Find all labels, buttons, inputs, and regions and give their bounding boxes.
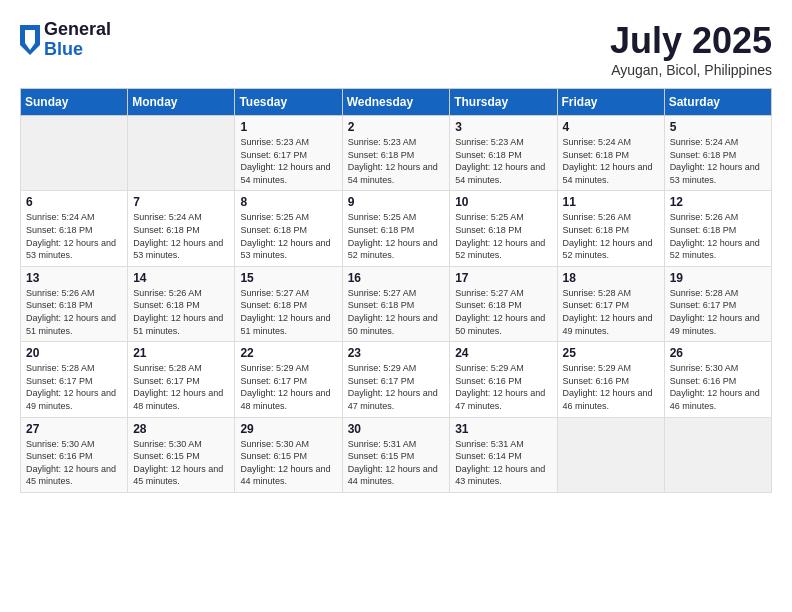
day-info: Sunrise: 5:27 AM Sunset: 6:18 PM Dayligh… xyxy=(240,287,336,337)
calendar-cell: 15Sunrise: 5:27 AM Sunset: 6:18 PM Dayli… xyxy=(235,266,342,341)
day-number: 25 xyxy=(563,346,659,360)
day-info: Sunrise: 5:29 AM Sunset: 6:17 PM Dayligh… xyxy=(240,362,336,412)
day-info: Sunrise: 5:30 AM Sunset: 6:15 PM Dayligh… xyxy=(133,438,229,488)
calendar-cell xyxy=(21,116,128,191)
day-number: 6 xyxy=(26,195,122,209)
day-number: 10 xyxy=(455,195,551,209)
page-header: General Blue July 2025 Ayugan, Bicol, Ph… xyxy=(20,20,772,78)
weekday-header-sunday: Sunday xyxy=(21,89,128,116)
day-number: 27 xyxy=(26,422,122,436)
weekday-header-tuesday: Tuesday xyxy=(235,89,342,116)
calendar-header: SundayMondayTuesdayWednesdayThursdayFrid… xyxy=(21,89,772,116)
calendar-cell: 1Sunrise: 5:23 AM Sunset: 6:17 PM Daylig… xyxy=(235,116,342,191)
day-number: 24 xyxy=(455,346,551,360)
day-info: Sunrise: 5:28 AM Sunset: 6:17 PM Dayligh… xyxy=(133,362,229,412)
calendar-body: 1Sunrise: 5:23 AM Sunset: 6:17 PM Daylig… xyxy=(21,116,772,493)
day-info: Sunrise: 5:28 AM Sunset: 6:17 PM Dayligh… xyxy=(563,287,659,337)
day-info: Sunrise: 5:30 AM Sunset: 6:15 PM Dayligh… xyxy=(240,438,336,488)
calendar-cell: 22Sunrise: 5:29 AM Sunset: 6:17 PM Dayli… xyxy=(235,342,342,417)
weekday-header-thursday: Thursday xyxy=(450,89,557,116)
day-number: 16 xyxy=(348,271,445,285)
day-number: 31 xyxy=(455,422,551,436)
calendar-cell: 4Sunrise: 5:24 AM Sunset: 6:18 PM Daylig… xyxy=(557,116,664,191)
logo-blue: Blue xyxy=(44,40,111,60)
day-info: Sunrise: 5:23 AM Sunset: 6:17 PM Dayligh… xyxy=(240,136,336,186)
day-number: 15 xyxy=(240,271,336,285)
calendar-cell: 13Sunrise: 5:26 AM Sunset: 6:18 PM Dayli… xyxy=(21,266,128,341)
calendar-cell xyxy=(664,417,771,492)
day-info: Sunrise: 5:24 AM Sunset: 6:18 PM Dayligh… xyxy=(26,211,122,261)
calendar-cell: 11Sunrise: 5:26 AM Sunset: 6:18 PM Dayli… xyxy=(557,191,664,266)
calendar-cell: 12Sunrise: 5:26 AM Sunset: 6:18 PM Dayli… xyxy=(664,191,771,266)
day-info: Sunrise: 5:24 AM Sunset: 6:18 PM Dayligh… xyxy=(563,136,659,186)
week-row-2: 6Sunrise: 5:24 AM Sunset: 6:18 PM Daylig… xyxy=(21,191,772,266)
day-info: Sunrise: 5:27 AM Sunset: 6:18 PM Dayligh… xyxy=(455,287,551,337)
calendar-cell: 31Sunrise: 5:31 AM Sunset: 6:14 PM Dayli… xyxy=(450,417,557,492)
day-info: Sunrise: 5:29 AM Sunset: 6:16 PM Dayligh… xyxy=(455,362,551,412)
day-number: 13 xyxy=(26,271,122,285)
day-info: Sunrise: 5:30 AM Sunset: 6:16 PM Dayligh… xyxy=(670,362,766,412)
day-number: 9 xyxy=(348,195,445,209)
logo: General Blue xyxy=(20,20,111,60)
calendar-cell: 19Sunrise: 5:28 AM Sunset: 6:17 PM Dayli… xyxy=(664,266,771,341)
weekday-header-saturday: Saturday xyxy=(664,89,771,116)
calendar-cell: 16Sunrise: 5:27 AM Sunset: 6:18 PM Dayli… xyxy=(342,266,450,341)
location: Ayugan, Bicol, Philippines xyxy=(610,62,772,78)
calendar-cell: 9Sunrise: 5:25 AM Sunset: 6:18 PM Daylig… xyxy=(342,191,450,266)
calendar: SundayMondayTuesdayWednesdayThursdayFrid… xyxy=(20,88,772,493)
calendar-cell: 18Sunrise: 5:28 AM Sunset: 6:17 PM Dayli… xyxy=(557,266,664,341)
calendar-cell: 2Sunrise: 5:23 AM Sunset: 6:18 PM Daylig… xyxy=(342,116,450,191)
calendar-cell: 6Sunrise: 5:24 AM Sunset: 6:18 PM Daylig… xyxy=(21,191,128,266)
day-info: Sunrise: 5:23 AM Sunset: 6:18 PM Dayligh… xyxy=(348,136,445,186)
calendar-cell: 20Sunrise: 5:28 AM Sunset: 6:17 PM Dayli… xyxy=(21,342,128,417)
day-number: 2 xyxy=(348,120,445,134)
calendar-cell xyxy=(128,116,235,191)
day-info: Sunrise: 5:28 AM Sunset: 6:17 PM Dayligh… xyxy=(670,287,766,337)
calendar-cell: 17Sunrise: 5:27 AM Sunset: 6:18 PM Dayli… xyxy=(450,266,557,341)
day-number: 23 xyxy=(348,346,445,360)
logo-general: General xyxy=(44,20,111,40)
logo-icon xyxy=(20,25,40,55)
day-number: 20 xyxy=(26,346,122,360)
day-info: Sunrise: 5:25 AM Sunset: 6:18 PM Dayligh… xyxy=(240,211,336,261)
day-number: 14 xyxy=(133,271,229,285)
day-number: 11 xyxy=(563,195,659,209)
day-number: 12 xyxy=(670,195,766,209)
day-info: Sunrise: 5:25 AM Sunset: 6:18 PM Dayligh… xyxy=(455,211,551,261)
month-title: July 2025 xyxy=(610,20,772,62)
calendar-cell: 25Sunrise: 5:29 AM Sunset: 6:16 PM Dayli… xyxy=(557,342,664,417)
calendar-cell: 21Sunrise: 5:28 AM Sunset: 6:17 PM Dayli… xyxy=(128,342,235,417)
calendar-cell: 28Sunrise: 5:30 AM Sunset: 6:15 PM Dayli… xyxy=(128,417,235,492)
day-number: 30 xyxy=(348,422,445,436)
week-row-1: 1Sunrise: 5:23 AM Sunset: 6:17 PM Daylig… xyxy=(21,116,772,191)
week-row-4: 20Sunrise: 5:28 AM Sunset: 6:17 PM Dayli… xyxy=(21,342,772,417)
day-info: Sunrise: 5:30 AM Sunset: 6:16 PM Dayligh… xyxy=(26,438,122,488)
weekday-header-monday: Monday xyxy=(128,89,235,116)
day-number: 17 xyxy=(455,271,551,285)
weekday-header-friday: Friday xyxy=(557,89,664,116)
day-info: Sunrise: 5:25 AM Sunset: 6:18 PM Dayligh… xyxy=(348,211,445,261)
day-info: Sunrise: 5:29 AM Sunset: 6:17 PM Dayligh… xyxy=(348,362,445,412)
day-info: Sunrise: 5:26 AM Sunset: 6:18 PM Dayligh… xyxy=(133,287,229,337)
day-number: 4 xyxy=(563,120,659,134)
day-info: Sunrise: 5:29 AM Sunset: 6:16 PM Dayligh… xyxy=(563,362,659,412)
calendar-cell: 8Sunrise: 5:25 AM Sunset: 6:18 PM Daylig… xyxy=(235,191,342,266)
calendar-cell: 26Sunrise: 5:30 AM Sunset: 6:16 PM Dayli… xyxy=(664,342,771,417)
calendar-cell: 3Sunrise: 5:23 AM Sunset: 6:18 PM Daylig… xyxy=(450,116,557,191)
day-info: Sunrise: 5:24 AM Sunset: 6:18 PM Dayligh… xyxy=(133,211,229,261)
day-number: 1 xyxy=(240,120,336,134)
calendar-cell: 10Sunrise: 5:25 AM Sunset: 6:18 PM Dayli… xyxy=(450,191,557,266)
calendar-cell: 23Sunrise: 5:29 AM Sunset: 6:17 PM Dayli… xyxy=(342,342,450,417)
day-number: 8 xyxy=(240,195,336,209)
weekday-row: SundayMondayTuesdayWednesdayThursdayFrid… xyxy=(21,89,772,116)
day-info: Sunrise: 5:26 AM Sunset: 6:18 PM Dayligh… xyxy=(563,211,659,261)
day-number: 18 xyxy=(563,271,659,285)
calendar-cell: 27Sunrise: 5:30 AM Sunset: 6:16 PM Dayli… xyxy=(21,417,128,492)
day-info: Sunrise: 5:28 AM Sunset: 6:17 PM Dayligh… xyxy=(26,362,122,412)
calendar-cell xyxy=(557,417,664,492)
logo-text: General Blue xyxy=(44,20,111,60)
day-number: 3 xyxy=(455,120,551,134)
day-info: Sunrise: 5:31 AM Sunset: 6:15 PM Dayligh… xyxy=(348,438,445,488)
day-number: 5 xyxy=(670,120,766,134)
day-info: Sunrise: 5:26 AM Sunset: 6:18 PM Dayligh… xyxy=(26,287,122,337)
